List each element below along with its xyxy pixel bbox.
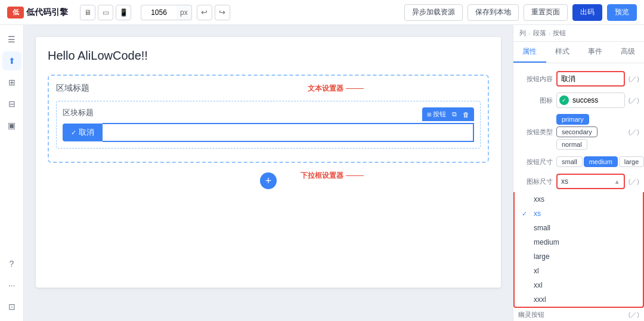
sync-resources-btn[interactable]: 异步加载资源	[404, 4, 463, 21]
width-input-group: px	[141, 5, 192, 20]
icon-input[interactable]	[569, 96, 625, 104]
btn-toolbar: ⊞ 按钮 ⧉ 🗑	[422, 107, 474, 121]
ghost-action[interactable]: (／)	[628, 310, 639, 319]
btn-type-action[interactable]: (／)	[628, 128, 639, 137]
sidebar-icon-upload[interactable]: ⬆	[2, 51, 21, 70]
undo-redo-group: ↩ ↪	[197, 5, 230, 20]
size-small[interactable]: small	[556, 156, 583, 167]
prop-btn-size: 按钮尺寸 small medium large (／)	[513, 153, 644, 171]
size-large[interactable]: large	[619, 156, 644, 167]
tablet-device-btn[interactable]: ▭	[98, 5, 113, 20]
check-mark-xs: ✓	[522, 210, 530, 218]
mobile-device-btn[interactable]: 📱	[116, 5, 131, 20]
device-selector: 🖥 ▭ 📱	[80, 5, 131, 20]
icon-label: 图标	[518, 96, 553, 105]
preview-btn[interactable]: 预览	[607, 4, 637, 21]
icon-action[interactable]: (／)	[628, 96, 639, 105]
dropdown-item-medium[interactable]: medium	[515, 235, 643, 249]
sidebar-icon-more[interactable]: ···	[2, 276, 21, 295]
sidebar-icon-code[interactable]: ⊡	[2, 297, 21, 316]
dropdown-arrow-icon: ▲	[614, 178, 620, 185]
dropdown-item-xxxl[interactable]: xxxl	[515, 292, 643, 307]
sidebar-icon-menu[interactable]: ☰	[2, 30, 21, 49]
section-inner: 区块标题 ⊞ 按钮 ⧉ 🗑 ✓	[56, 101, 481, 149]
px-unit-label: px	[177, 5, 192, 20]
dropdown-item-xxl[interactable]: xxl	[515, 278, 643, 292]
panel-content: 按钮内容 (／) 图标 ✓ ✕ (／) 按钮类型	[513, 63, 644, 321]
dropdown-item-large[interactable]: large	[515, 249, 643, 264]
text-input-field[interactable]	[103, 123, 474, 142]
dropdown-item-xxs[interactable]: xxs	[515, 192, 643, 206]
btn-type-buttons: primary secondary	[556, 114, 625, 137]
cancel-button[interactable]: ✓ 取消	[63, 124, 103, 141]
sidebar-icon-grid[interactable]: ⊞	[2, 73, 21, 92]
left-sidebar: ☰ ⬆ ⊞ ⊟ ▣ ? ··· ⊡	[0, 25, 24, 321]
btn-size-label: 按钮尺寸	[518, 158, 553, 166]
button-row-container: ⊞ 按钮 ⧉ 🗑 ✓ 取消	[63, 123, 474, 142]
btn-content-action[interactable]: (／)	[628, 75, 639, 84]
btn-toolbar-copy[interactable]: ⧉	[450, 109, 459, 120]
icon-size-action[interactable]: (／)	[628, 177, 639, 186]
prop-icon-size: 图标尺寸 xs ▲ (／)	[513, 171, 644, 192]
canvas-section: 区域标题 区块标题 ⊞ 按钮 ⧉ 🗑	[48, 75, 489, 163]
inner-label: 区块标题	[63, 107, 474, 118]
reset-page-btn[interactable]: 重置页面	[524, 4, 568, 21]
sidebar-icon-help[interactable]: ?	[2, 254, 21, 273]
dropdown-item-xs[interactable]: ✓ xs	[515, 206, 643, 221]
button-row: ✓ 取消	[63, 123, 474, 142]
size-group: small medium large	[556, 156, 644, 167]
code-export-btn[interactable]: 出码	[572, 4, 602, 21]
breadcrumb-item-2[interactable]: 按钮	[553, 29, 566, 38]
breadcrumb-item-0[interactable]: 列	[519, 29, 526, 38]
btn-content-value-container	[556, 71, 625, 87]
dropdown-item-xl[interactable]: xl	[515, 264, 643, 278]
sidebar-icon-image[interactable]: ▣	[2, 116, 21, 135]
save-local-btn[interactable]: 保存到本地	[467, 4, 519, 21]
icon-size-value: xs	[561, 177, 568, 186]
page-title: Hello AliLowCode!!	[48, 49, 489, 63]
canvas-area: Hello AliLowCode!! 文本设置器 区域标题 区块标题 ⊞ 按钮	[24, 25, 513, 321]
breadcrumb: 列 › 段落 › 按钮	[513, 25, 644, 42]
check-icon: ✓	[71, 129, 76, 137]
btn-toolbar-label[interactable]: ⊞ 按钮	[425, 109, 448, 120]
add-component-btn[interactable]: +	[260, 172, 277, 189]
section-title: 区域标题	[56, 83, 481, 94]
prop-icon: 图标 ✓ ✕ (／)	[513, 89, 644, 111]
logo-icon: 低	[7, 7, 24, 18]
topbar: 低 低代码引擎 🖥 ▭ 📱 px ↩ ↪ 异步加载资源 保存到本地 重置页面 出…	[0, 0, 644, 25]
tab-events[interactable]: 事件	[579, 42, 612, 63]
btn-type-normal[interactable]: normal	[556, 139, 587, 150]
prop-btn-content: 按钮内容 (／)	[513, 68, 644, 89]
canvas-width-input[interactable]	[141, 5, 177, 20]
breadcrumb-item-1[interactable]: 段落	[533, 29, 546, 38]
btn-type-group: primary secondary normal	[556, 114, 625, 150]
btn-type-secondary[interactable]: secondary	[556, 126, 597, 137]
tab-styles[interactable]: 样式	[546, 42, 579, 63]
prop-ghost: 幽灵按钮 (／)	[513, 308, 644, 321]
icon-size-dropdown[interactable]: xs ▲	[556, 174, 625, 189]
tab-properties[interactable]: 属性	[513, 42, 546, 63]
dropdown-item-small[interactable]: small	[515, 221, 643, 235]
logo: 低 低代码引擎	[7, 7, 68, 18]
ghost-label: 幽灵按钮	[518, 310, 625, 319]
btn-toolbar-delete[interactable]: 🗑	[460, 109, 472, 120]
btn-type-label: 按钮类型	[518, 128, 553, 137]
icon-input-row: ✓ ✕	[556, 92, 625, 108]
canvas-frame: Hello AliLowCode!! 文本设置器 区域标题 区块标题 ⊞ 按钮	[36, 37, 501, 288]
btn-content-label: 按钮内容	[518, 75, 553, 84]
icon-size-label: 图标尺寸	[518, 177, 553, 186]
undo-btn[interactable]: ↩	[197, 5, 212, 20]
add-row: +	[48, 172, 489, 189]
btn-content-input[interactable]	[556, 71, 625, 87]
btn-type-primary[interactable]: primary	[556, 114, 589, 125]
tab-advanced[interactable]: 高级	[611, 42, 644, 63]
desktop-device-btn[interactable]: 🖥	[80, 5, 95, 20]
right-panel: 列 › 段落 › 按钮 属性 样式 事件 高级 按钮内容 (／)	[513, 25, 644, 321]
tabs-row: 属性 样式 事件 高级	[513, 42, 644, 63]
logo-text: 低代码引擎	[26, 7, 68, 18]
size-medium[interactable]: medium	[584, 156, 618, 167]
sidebar-icon-layers[interactable]: ⊟	[2, 94, 21, 113]
prop-btn-type: 按钮类型 primary secondary normal (／)	[513, 111, 644, 153]
icon-size-dropdown-menu: xxs ✓ xs small medium large	[513, 192, 644, 308]
redo-btn[interactable]: ↪	[215, 5, 230, 20]
